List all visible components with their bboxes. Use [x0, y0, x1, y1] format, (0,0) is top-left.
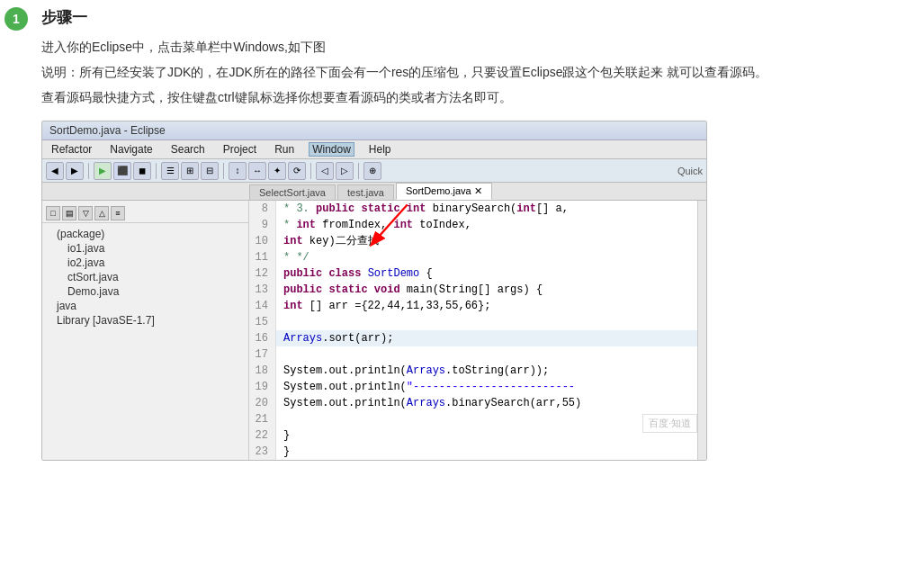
tab-test[interactable]: test.java: [337, 184, 394, 200]
sidebar-io1: io1.java: [42, 241, 248, 256]
step-number: 1: [13, 12, 20, 26]
page-container: 1 步骤一 进入你的Eclipse中，点击菜单栏中Windows,如下图 说明：…: [0, 0, 924, 584]
sidebar-java: java: [42, 299, 248, 313]
toolbar-btn-12: ▷: [336, 162, 354, 180]
step-desc-block: 进入你的Eclipse中，点击菜单栏中Windows,如下图 说明：所有已经安装…: [41, 37, 906, 108]
eclipse-tabs: SelectSort.java test.java SortDemo.java …: [42, 183, 706, 201]
code-line-16: 16 Arrays.sort(arr);: [249, 330, 697, 346]
code-line-23: 23 }: [249, 444, 697, 460]
toolbar-btn-6: ⊟: [201, 162, 219, 180]
toolbar-btn-13: ⊕: [363, 162, 381, 180]
code-line-21: 21: [249, 411, 697, 427]
sidebar-demo: Demo.java: [42, 284, 248, 299]
code-line-19: 19 System.out.println("-----------------…: [249, 379, 697, 395]
eclipse-screenshot: SortDemo.java - Eclipse Refactor Navigat…: [41, 121, 707, 461]
code-line-9: 9 * int fromIndex, int toIndex,: [249, 217, 697, 233]
sidebar-btn-2: ▤: [62, 206, 76, 220]
sidebar-btn-4: △: [94, 206, 109, 220]
eclipse-title-bar: SortDemo.java - Eclipse: [42, 121, 706, 140]
eclipse-menu-bar: Refactor Navigate Search Project Run Win…: [42, 140, 706, 159]
code-line-15: 15: [249, 314, 697, 330]
code-line-14: 14 int [] arr ={22,44,11,33,55,66};: [249, 298, 697, 314]
menu-help: Help: [365, 142, 395, 157]
eclipse-toolbar: ◀ ▶ ▶ ⬛ ◼ ☰ ⊞ ⊟ ↕ ↔ ✦ ⟳ ◁ ▷ ⊕ Quick: [42, 159, 706, 183]
code-line-8: 8 * 3. public static int binarySearch(in…: [249, 201, 697, 217]
step-title: 步骤一: [41, 7, 906, 28]
code-line-17: 17: [249, 346, 697, 363]
menu-search: Search: [167, 142, 209, 157]
step-desc-3: 查看源码最快捷方式，按住键盘ctrl键鼠标选择你想要查看源码的类或者方法名即可。: [41, 87, 906, 109]
toolbar-quick-label: Quick: [677, 166, 703, 176]
toolbar-sep-5: [358, 163, 359, 179]
right-scrollbar[interactable]: [697, 201, 706, 460]
menu-project: Project: [220, 142, 260, 157]
sidebar-library: Library [JavaSE-1.7]: [42, 313, 248, 328]
sidebar-btn-5: ≡: [111, 206, 125, 220]
toolbar-btn-10: ⟳: [288, 162, 306, 180]
code-line-13: 13 public static void main(String[] args…: [249, 282, 697, 298]
toolbar-sep-2: [156, 163, 157, 179]
toolbar-btn-1: ◀: [46, 162, 64, 180]
menu-navigate: Navigate: [106, 142, 156, 157]
sidebar-btn-3: ▽: [78, 206, 93, 220]
tab-sortdemo[interactable]: SortDemo.java ✕: [396, 183, 492, 200]
code-line-20: 20 System.out.println(Arrays.binarySearc…: [249, 395, 697, 411]
toolbar-btn-debug: ⬛: [113, 162, 131, 180]
sidebar-ctsort: ctSort.java: [42, 270, 248, 284]
toolbar-btn-run: ▶: [94, 162, 112, 180]
sidebar-toolbar: □ ▤ ▽ △ ≡: [42, 204, 248, 223]
eclipse-main-area: □ ▤ ▽ △ ≡ (package) io1.java io2.java ct…: [42, 201, 706, 460]
step-circle: 1: [4, 7, 28, 31]
eclipse-sidebar: □ ▤ ▽ △ ≡ (package) io1.java io2.java ct…: [42, 201, 249, 460]
toolbar-btn-5: ⊞: [181, 162, 199, 180]
code-line-18: 18 System.out.println(Arrays.toString(ar…: [249, 363, 697, 379]
code-line-12: 12 public class SortDemo {: [249, 265, 697, 282]
step-desc-1: 进入你的Eclipse中，点击菜单栏中Windows,如下图: [41, 37, 906, 58]
toolbar-sep-3: [223, 163, 224, 179]
code-line-10: 10 int key)二分查找: [249, 233, 697, 249]
eclipse-title-text: SortDemo.java - Eclipse: [49, 124, 166, 137]
eclipse-editor: 8 * 3. public static int binarySearch(in…: [249, 201, 697, 460]
content-area: 步骤一 进入你的Eclipse中，点击菜单栏中Windows,如下图 说明：所有…: [32, 0, 924, 584]
code-line-22: 22 }: [249, 427, 697, 444]
code-line-11: 11 * */: [249, 249, 697, 265]
toolbar-btn-4: ☰: [161, 162, 179, 180]
toolbar-sep-1: [88, 163, 89, 179]
step-indicator: 1: [0, 0, 32, 584]
tab-selectsort[interactable]: SelectSort.java: [249, 184, 336, 200]
toolbar-btn-11: ◁: [316, 162, 334, 180]
menu-window: Window: [309, 142, 354, 157]
toolbar-sep-4: [310, 163, 311, 179]
sidebar-btn-1: □: [46, 206, 60, 220]
step-desc-2: 说明：所有已经安装了JDK的，在JDK所在的路径下面会有一个res的压缩包，只要…: [41, 62, 906, 84]
toolbar-btn-7: ↕: [229, 162, 247, 180]
sidebar-io2: io2.java: [42, 256, 248, 270]
sidebar-package: (package): [42, 227, 248, 241]
toolbar-btn-9: ✦: [268, 162, 286, 180]
toolbar-btn-2: ▶: [66, 162, 84, 180]
menu-run: Run: [271, 142, 298, 157]
toolbar-btn-8: ↔: [248, 162, 266, 180]
menu-refactor: Refactor: [48, 142, 95, 157]
toolbar-btn-3: ◼: [133, 162, 151, 180]
